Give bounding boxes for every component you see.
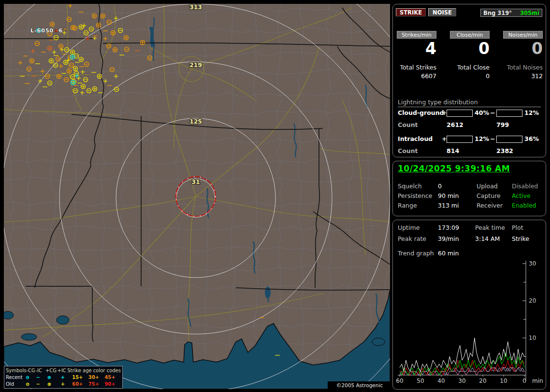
ring-label-125: 125 xyxy=(189,118,202,125)
ic-pos-pct: 12% xyxy=(475,135,489,142)
svg-text:10: 10 xyxy=(529,335,536,341)
svg-text:50: 50 xyxy=(417,378,424,384)
age-60: 60+ xyxy=(72,381,88,387)
count-label: Count xyxy=(398,147,418,154)
trend-panel: Uptime 173:09 Peak time Plot Peak rate 3… xyxy=(392,220,546,390)
upload-status: Disabled xyxy=(512,182,538,190)
total-noises-label: Total Noises xyxy=(503,64,543,71)
circle-minus-icon: ⊖ xyxy=(26,381,36,387)
strikes-per-min-chip[interactable]: Strikes/min xyxy=(397,31,436,39)
legend-col-pos-cg: +CG xyxy=(45,368,58,373)
noises-per-min-value: 0 xyxy=(503,39,543,58)
svg-text:min: min xyxy=(532,378,543,384)
cg-neg-count: 799 xyxy=(496,121,509,128)
strikes-per-min-value: 4 xyxy=(397,39,436,58)
counts-panel: STRIKE NOISE Bng 319° 305mi Strikes/min … xyxy=(392,4,546,157)
ring-label-219: 219 xyxy=(189,61,202,69)
ic-neg-count: 2382 xyxy=(496,147,513,154)
age-30: 30+ xyxy=(88,375,105,380)
receiver-status: Enabled xyxy=(512,202,536,209)
upload-label: Upload xyxy=(477,182,498,190)
lightning-map[interactable]: 31125219313 L-6050+6^ Symbols -CG -IC +C… xyxy=(4,4,390,389)
legend-symbols-header: Symbols xyxy=(6,368,26,373)
persistence-value: 90 min xyxy=(438,192,459,199)
age-45: 45+ xyxy=(104,375,121,380)
squelch-label: Squelch xyxy=(398,182,422,190)
cg-neg-bar xyxy=(496,110,522,117)
circle-minus-icon: ⊖ xyxy=(26,375,36,380)
map-canvas: 31125219313 xyxy=(4,4,390,389)
ic-neg-bar xyxy=(496,136,522,143)
legend-age-header: Strike age color codes xyxy=(67,368,121,373)
cell-polarity: + xyxy=(54,28,58,34)
cg-pos-bar xyxy=(447,110,473,117)
range-value: 313 mi xyxy=(438,202,459,209)
cg-pos-pct: 40% xyxy=(475,109,489,116)
age-15: 15+ xyxy=(72,375,88,380)
cg-neg-pct: 12% xyxy=(524,109,539,116)
datetime-display: 10/24/2025 9:39:16 AM xyxy=(398,164,510,173)
age-75: 75+ xyxy=(88,381,105,387)
ring-label-31: 31 xyxy=(191,178,200,185)
legend-recent-row: Recent ⊖ − ⊕ + 15+ 30+ 45+ xyxy=(6,374,121,380)
legend-old-row: Old ⊖ − ⊕ + 60+ 75+ 90+ xyxy=(6,380,121,387)
svg-text:20: 20 xyxy=(529,297,536,304)
legend-col-pos-ic: +IC xyxy=(58,368,68,373)
count-label: Count xyxy=(398,121,418,128)
distribution-title: Lightning type distribution xyxy=(398,98,541,107)
ic-neg-pct: 36% xyxy=(524,135,539,142)
strike-rate-trend-chart: 1020306050403020100min xyxy=(393,220,546,389)
squelch-value: 0 xyxy=(438,182,442,190)
legend-col-neg-ic: -IC xyxy=(35,368,45,373)
intracloud-label: Intracloud xyxy=(398,135,433,142)
legend-header-row: Symbols -CG -IC +CG +IC Strike age color… xyxy=(6,367,121,374)
bearing-value: Bng 319° xyxy=(483,10,512,16)
plus-sign: + xyxy=(442,109,447,116)
nexstorm-window: 31125219313 L-6050+6^ Symbols -CG -IC +C… xyxy=(0,0,550,392)
total-close-label: Total Close xyxy=(450,64,490,71)
ring-label-313: 313 xyxy=(189,4,202,11)
plus-icon: + xyxy=(61,375,72,380)
intracloud-row: Intracloud + 12% − 36% xyxy=(393,135,546,143)
trend-series-Total strikes xyxy=(400,338,524,371)
capture-label: Capture xyxy=(477,192,501,199)
storm-cell-label: L-6050+6^ xyxy=(30,28,68,34)
circle-plus-icon: ⊕ xyxy=(47,375,61,380)
total-noises-value: 312 xyxy=(503,72,543,80)
close-per-min-chip[interactable]: Close/min xyxy=(450,31,490,39)
legend-col-neg-cg: -CG xyxy=(26,368,35,373)
copyright-notice: ©2005 Astrogenic Systems xyxy=(328,381,390,389)
cell-count: 6 xyxy=(58,28,63,34)
strike-mode-button[interactable]: STRIKE xyxy=(396,8,426,16)
bearing-distance: 305mi xyxy=(520,10,539,16)
total-strikes-value: 6607 xyxy=(397,72,436,80)
close-per-min-value: 0 xyxy=(450,39,490,58)
persistence-label: Persistence xyxy=(398,192,433,199)
legend-old-label: Old xyxy=(6,381,26,387)
cg-pos-count: 2612 xyxy=(447,121,463,128)
cloud-ground-label: Cloud-ground xyxy=(398,109,444,116)
svg-text:0: 0 xyxy=(522,378,526,384)
total-close-value: 0 xyxy=(450,72,490,80)
cloud-ground-row: Cloud-ground + 40% − 12% xyxy=(393,109,546,117)
circle-plus-icon: ⊕ xyxy=(47,381,61,387)
noise-mode-button[interactable]: NOISE xyxy=(428,8,456,16)
minus-sign: − xyxy=(490,135,495,142)
noises-per-min-chip[interactable]: Noises/min xyxy=(503,31,543,39)
age-90: 90+ xyxy=(104,381,121,387)
svg-text:10: 10 xyxy=(500,378,507,384)
svg-text:30: 30 xyxy=(458,378,465,384)
status-panel: 10/24/2025 9:39:16 AM Squelch 0 Upload D… xyxy=(392,161,546,216)
minus-icon: − xyxy=(36,375,47,380)
total-strikes-label: Total Strikes xyxy=(397,64,436,71)
bearing-display: Bng 319° 305mi xyxy=(480,9,542,17)
svg-text:60: 60 xyxy=(396,378,403,384)
svg-text:30: 30 xyxy=(529,260,536,267)
minus-sign: − xyxy=(490,109,495,116)
symbols-legend: Symbols -CG -IC +CG +IC Strike age color… xyxy=(4,366,123,389)
cell-id: L-6050 xyxy=(30,28,54,34)
svg-text:20: 20 xyxy=(479,378,486,384)
cell-trend-caret: ^ xyxy=(63,28,68,34)
capture-status: Active xyxy=(512,192,531,199)
receiver-label: Receiver xyxy=(477,202,503,209)
